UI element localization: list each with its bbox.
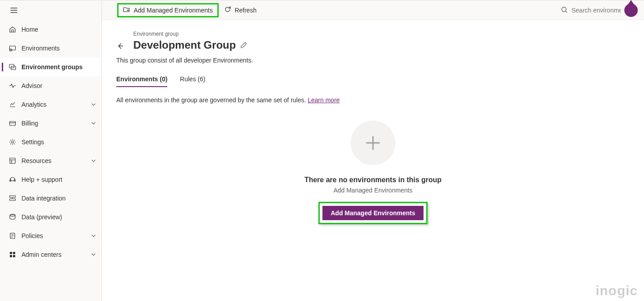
tab-environments[interactable]: Environments (0) [116,75,167,87]
advisor-icon [9,82,16,89]
hamburger-menu[interactable] [4,1,23,20]
add-folder-icon [123,6,130,14]
edit-icon[interactable] [240,42,247,49]
refresh-button[interactable]: Refresh [220,3,261,17]
sidebar-item-analytics[interactable]: Analytics [0,95,102,114]
sidebar-item-label: Settings [21,138,96,146]
sidebar-item-environment-groups[interactable]: Environment groups [0,58,102,76]
avatar[interactable] [624,4,638,17]
resources-icon [9,157,16,164]
svg-point-5 [12,141,14,143]
back-button[interactable] [116,42,125,50]
empty-state: There are no environments in this group … [116,121,630,224]
sidebar-item-label: Help + support [21,176,96,183]
svg-rect-15 [10,255,12,257]
tabs: Environments (0) Rules (6) [116,75,630,88]
sidebar-item-label: Admin centers [21,251,91,258]
policies-icon [9,232,16,239]
sidebar-item-admin-centers[interactable]: Admin centers [0,245,102,264]
sidebar-item-label: Billing [21,120,91,127]
sidebar-item-label: Home [21,26,96,33]
sidebar-item-label: Advisor [21,82,96,89]
admin-centers-icon [9,251,16,258]
sidebar-item-settings[interactable]: Settings [0,133,102,151]
page-description: This group consist of all developer Envi… [116,57,630,64]
search-input[interactable] [572,7,621,14]
sidebar-item-billing[interactable]: Billing [0,114,102,133]
chevron-down-icon [91,102,96,107]
svg-rect-9 [10,196,16,197]
sidebar-item-label: Policies [21,232,91,239]
learn-more-link[interactable]: Learn more [308,96,340,104]
chevron-down-icon [91,121,96,126]
support-icon [9,176,16,183]
cmd-label: Add Managed Environments [134,7,213,14]
sidebar-item-label: Environments [21,45,96,52]
svg-rect-6 [10,158,15,163]
svg-rect-16 [13,255,15,257]
chevron-down-icon [91,158,96,163]
tab-rules[interactable]: Rules (6) [180,75,205,87]
sidebar-item-data-preview[interactable]: Data (preview) [0,208,102,226]
search-icon [561,6,568,15]
svg-rect-0 [10,46,16,50]
governed-text: All environments in the group are govern… [116,96,630,104]
sidebar-item-label: Data integration [21,195,96,202]
svg-rect-4 [10,121,16,125]
home-icon [9,26,16,33]
sidebar-item-label: Resources [21,157,91,164]
sidebar-item-advisor[interactable]: Advisor [0,76,102,95]
page-title: Development Group [133,39,236,51]
plus-circle-icon [351,121,395,165]
billing-icon [9,120,16,127]
sidebar-item-support[interactable]: Help + support [0,170,102,189]
data-preview-icon [9,213,16,221]
svg-point-17 [562,7,566,12]
environments-icon [9,45,16,52]
sidebar-item-label: Environment groups [21,63,96,71]
svg-rect-13 [10,252,12,254]
sidebar: Home Environments Environment groups Adv… [0,0,102,301]
empty-sub: Add Managed Environments [334,187,413,194]
sidebar-item-resources[interactable]: Resources [0,151,102,170]
svg-rect-10 [10,199,16,201]
chevron-down-icon [91,252,96,257]
breadcrumb: Environment group [133,31,247,37]
sidebar-item-data-integration[interactable]: Data integration [0,189,102,208]
main: Add Managed Environments Refresh Environ… [102,0,644,301]
chevron-down-icon [91,233,96,238]
sidebar-item-label: Analytics [21,101,91,108]
sidebar-item-environments[interactable]: Environments [0,39,102,58]
analytics-icon [9,101,16,108]
sidebar-item-home[interactable]: Home [0,20,102,39]
command-bar: Add Managed Environments Refresh [102,0,644,20]
settings-icon [9,138,16,146]
svg-rect-14 [13,252,15,254]
add-managed-environments-toolbar-button[interactable]: Add Managed Environments [117,3,219,17]
refresh-icon [224,6,231,14]
add-managed-environments-button[interactable]: Add Managed Environments [322,206,423,220]
empty-heading: There are no environments in this group [305,176,442,184]
sidebar-item-label: Data (preview) [21,213,96,221]
cmd-label: Refresh [235,7,257,14]
environment-groups-icon [9,63,16,71]
watermark: inogic [596,283,638,298]
data-integration-icon [9,195,16,202]
sidebar-item-policies[interactable]: Policies [0,226,102,245]
